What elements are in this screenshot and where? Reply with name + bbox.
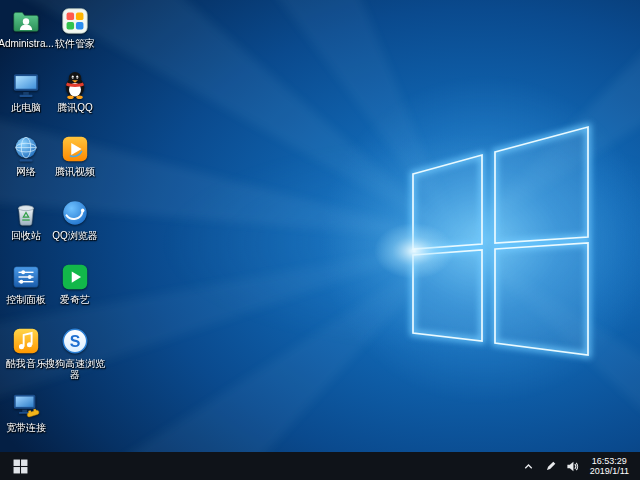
recycle-bin-icon xyxy=(11,198,41,228)
desktop-icon-qq-browser[interactable]: QQ浏览器 xyxy=(44,195,106,259)
broadband-icon xyxy=(11,390,41,420)
desktop-icon-sogou-browser[interactable]: S搜狗高速浏览器 xyxy=(44,323,106,387)
clock-date: 2019/1/11 xyxy=(590,466,629,476)
desktop-icon-label: 搜狗高速浏览器 xyxy=(44,358,106,380)
qq-browser-icon xyxy=(60,198,90,228)
desktop-icon-label: 控制面板 xyxy=(6,294,46,305)
clock-time: 16:53:29 xyxy=(590,456,629,466)
desktop-icon-label: 网络 xyxy=(16,166,36,177)
sogou-browser-icon: S xyxy=(60,326,90,356)
desktop-icon-label: 酷我音乐 xyxy=(6,358,46,369)
kuwo-music-icon xyxy=(11,326,41,356)
windows-start-icon xyxy=(13,459,28,474)
volume-icon[interactable] xyxy=(565,459,580,474)
chevron-up-icon[interactable] xyxy=(521,459,536,474)
desktop-icon-label: 腾讯视频 xyxy=(55,166,95,177)
desktop-icon-label: 宽带连接 xyxy=(6,422,46,433)
control-panel-icon xyxy=(11,262,41,292)
tencent-video-icon xyxy=(60,134,90,164)
desktop-icon-label: 软件管家 xyxy=(55,38,95,49)
tencent-qq-icon xyxy=(60,70,90,100)
desktop-icon-iqiyi[interactable]: 爱奇艺 xyxy=(44,259,106,323)
desktop-icon-tencent-video[interactable]: 腾讯视频 xyxy=(44,131,106,195)
desktop-icon-column-2: 软件管家腾讯QQ腾讯视频QQ浏览器爱奇艺S搜狗高速浏览器 xyxy=(44,3,106,387)
desktop-icon-label: 此电脑 xyxy=(11,102,41,113)
iqiyi-icon xyxy=(60,262,90,292)
system-tray: 16:53:29 2019/1/11 xyxy=(521,452,640,480)
tray-icons xyxy=(521,459,580,474)
software-manager-icon xyxy=(60,6,90,36)
tray-clock[interactable]: 16:53:29 2019/1/11 xyxy=(586,456,633,476)
desktop-icon-label: QQ浏览器 xyxy=(52,230,98,241)
administrator-icon xyxy=(11,6,41,36)
taskbar: 16:53:29 2019/1/11 xyxy=(0,452,640,480)
network-icon xyxy=(11,134,41,164)
desktop-icon-label: 爱奇艺 xyxy=(60,294,90,305)
desktop-icon-tencent-qq[interactable]: 腾讯QQ xyxy=(44,67,106,131)
desktop-icon-label: 腾讯QQ xyxy=(57,102,93,113)
desktop-icon-label: 回收站 xyxy=(11,230,41,241)
desktop-icon-broadband[interactable]: 宽带连接 xyxy=(0,387,52,451)
desktop[interactable]: Administra...此电脑网络回收站控制面板酷我音乐宽带连接 软件管家腾讯… xyxy=(0,0,640,480)
pen-icon[interactable] xyxy=(543,459,558,474)
this-pc-icon xyxy=(11,70,41,100)
start-button[interactable] xyxy=(0,452,40,480)
desktop-icon-software-manager[interactable]: 软件管家 xyxy=(44,3,106,67)
svg-text:S: S xyxy=(70,333,81,350)
